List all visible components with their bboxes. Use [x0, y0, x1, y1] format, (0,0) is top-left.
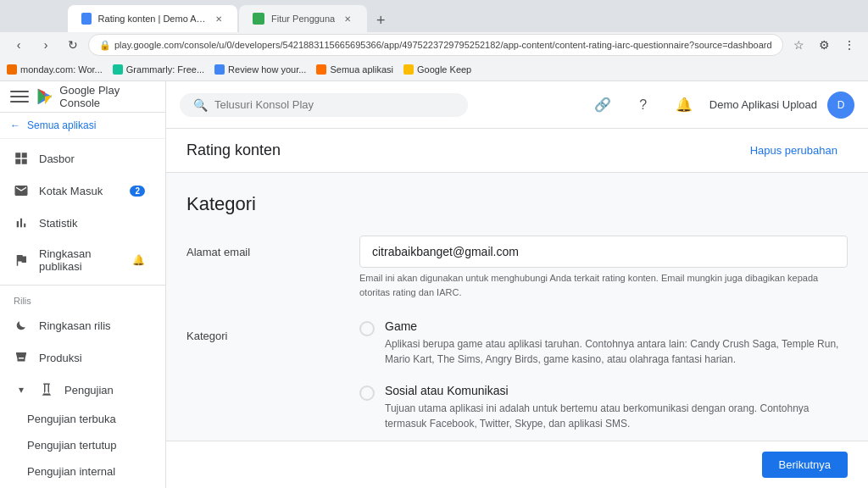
back-arrow-icon: ←	[10, 119, 20, 131]
rocket-icon	[14, 318, 29, 333]
new-tab-button[interactable]: +	[369, 8, 392, 32]
tab-favicon-2	[253, 13, 264, 25]
search-bar[interactable]: 🔍	[180, 93, 468, 117]
app-title: Google Play Console	[59, 84, 155, 109]
flag-icon	[14, 252, 29, 268]
bottom-bar: Berikutnya	[166, 441, 868, 488]
svg-rect-3	[22, 159, 27, 164]
bookmark-button[interactable]: ☆	[787, 33, 810, 57]
radio-group-col: Game Aplikasi berupa game atau aplikasi …	[359, 319, 848, 441]
bookmark-grammarly[interactable]: Grammarly: Free...	[113, 64, 204, 75]
bookmark-monday[interactable]: monday.com: Wor...	[7, 64, 103, 75]
expand-icon: ▾	[14, 382, 29, 397]
bookmark-favicon-semua	[316, 64, 326, 75]
tab-favicon-1	[81, 13, 92, 25]
radio-game-desc: Aplikasi berupa game atau aplikasi taruh…	[385, 336, 848, 367]
notification-bell-button[interactable]: 🔔	[669, 90, 699, 120]
tab-rating-konten[interactable]: Rating konten | Demo Aplikasi... ✕	[68, 5, 237, 32]
search-input[interactable]	[214, 98, 454, 111]
bookmark-review[interactable]: Review how your...	[214, 64, 306, 75]
user-avatar[interactable]: D	[827, 92, 854, 119]
radio-sosial-content: Sosial atau Komunikasi Tujuan utama apli…	[385, 384, 848, 431]
sidebar-item-pengujian-terbuka[interactable]: Pengujian terbuka	[0, 406, 159, 432]
radio-game-content: Game Aplikasi berupa game atau aplikasi …	[385, 319, 848, 367]
flask-icon	[39, 382, 54, 397]
sidebar-item-ringkasan-rilis[interactable]: Ringkasan rilis	[0, 309, 159, 341]
mail-icon	[14, 183, 29, 198]
sidebar-nav: Dasbor Kotak Masuk 2 Statistik Ringkasa	[0, 139, 165, 488]
extensions-button[interactable]: ⚙	[812, 33, 836, 57]
sidebar-item-kotak-masuk[interactable]: Kotak Masuk 2	[0, 175, 159, 207]
svg-rect-0	[15, 152, 20, 158]
category-heading: Kategori	[186, 193, 848, 215]
email-field-col: Email ini akan digunakan untuk menghubun…	[359, 236, 848, 299]
page-title: Rating konten	[186, 141, 281, 159]
radio-game[interactable]	[359, 321, 375, 336]
content-body: Kategori Alamat email Email ini akan dig…	[166, 173, 868, 441]
grid-icon	[14, 151, 29, 166]
help-icon-button[interactable]: ?	[628, 90, 659, 120]
email-hint: Email ini akan digunakan untuk menghubun…	[359, 271, 848, 299]
bar-chart-icon	[14, 215, 29, 230]
sidebar-item-statistik[interactable]: Statistik	[0, 207, 159, 239]
back-to-all-apps[interactable]: ← Semua aplikasi	[0, 113, 165, 139]
sidebar-item-produksi[interactable]: Produksi	[0, 341, 159, 374]
radio-game-title: Game	[385, 319, 848, 333]
bookmark-google-keep[interactable]: Google Keep	[403, 64, 471, 75]
radio-sosial[interactable]	[359, 385, 375, 401]
play-logo: Google Play Console	[36, 84, 155, 109]
bookmarks-bar: monday.com: Wor... Grammarly: Free... Re…	[0, 58, 868, 81]
tab-title-2: Fitur Pengguna	[271, 14, 335, 24]
sidebar-item-dasbor[interactable]: Dasbor	[0, 142, 159, 175]
svg-rect-1	[22, 152, 27, 158]
radio-option-sosial[interactable]: Sosial atau Komunikasi Tujuan utama apli…	[359, 384, 848, 431]
sidebar-item-pengujian-internal[interactable]: Pengujian internal	[0, 458, 159, 485]
page-header: Rating konten Hapus perubahan	[166, 129, 868, 173]
store-icon	[14, 350, 29, 365]
sidebar-item-pengujian-tertutup[interactable]: Pengujian tertutup	[0, 432, 159, 458]
tab-fitur-pengguna[interactable]: Fitur Pengguna ✕	[239, 5, 367, 32]
svg-rect-2	[15, 159, 20, 164]
radio-sosial-title: Sosial atau Komunikasi	[385, 384, 848, 397]
lock-icon: 🔒	[99, 40, 111, 51]
tab-close-1[interactable]: ✕	[214, 13, 224, 25]
email-row: Alamat email Email ini akan digunakan un…	[186, 236, 848, 299]
bookmark-semua-aplikasi[interactable]: Semua aplikasi	[316, 64, 393, 75]
search-icon: 🔍	[193, 98, 208, 112]
url-text: play.google.com/console/u/0/developers/5…	[114, 40, 772, 50]
app-header: Google Play Console	[0, 81, 165, 113]
category-row: Kategori Game Aplikasi berupa game atau …	[186, 319, 848, 441]
email-input[interactable]	[359, 236, 848, 268]
email-label: Alamat email	[186, 236, 339, 299]
bookmark-favicon-review	[214, 64, 225, 75]
tab-title-1: Rating konten | Demo Aplikasi...	[98, 14, 208, 24]
sidebar: Google Play Console ← Semua aplikasi Das…	[0, 81, 166, 488]
sidebar-item-ringkasan-publikasi[interactable]: Ringkasan publikasi 🔔	[0, 239, 159, 281]
bookmark-favicon-grammarly	[113, 64, 123, 75]
discard-button[interactable]: Hapus perubahan	[740, 137, 848, 164]
menu-button[interactable]: ⋮	[837, 33, 861, 57]
back-button[interactable]: ‹	[7, 33, 31, 57]
forward-button[interactable]: ›	[34, 33, 58, 57]
tab-close-2[interactable]: ✕	[342, 13, 353, 25]
link-icon-button[interactable]: 🔗	[587, 90, 618, 120]
radio-sosial-desc: Tujuan utama aplikasi ini adalah untuk b…	[385, 401, 848, 431]
rilis-section-label: Rilis	[0, 289, 165, 309]
play-logo-icon	[36, 86, 54, 107]
address-bar[interactable]: 🔒 play.google.com/console/u/0/developers…	[88, 34, 783, 56]
notification-icon: 🔔	[132, 254, 145, 266]
sidebar-item-pengujian[interactable]: ▾ Pengujian	[0, 374, 165, 406]
radio-option-game[interactable]: Game Aplikasi berupa game atau aplikasi …	[359, 319, 848, 367]
user-name-label: Demo Aplikasi Upload	[709, 98, 817, 111]
category-label: Kategori	[186, 319, 339, 441]
next-button[interactable]: Berikutnya	[762, 452, 848, 478]
hamburger-menu[interactable]	[10, 86, 29, 107]
radio-group: Game Aplikasi berupa game atau aplikasi …	[359, 319, 848, 441]
reload-button[interactable]: ↻	[61, 33, 85, 57]
bookmark-favicon-keep	[403, 64, 414, 75]
bookmark-favicon-monday	[7, 64, 17, 75]
